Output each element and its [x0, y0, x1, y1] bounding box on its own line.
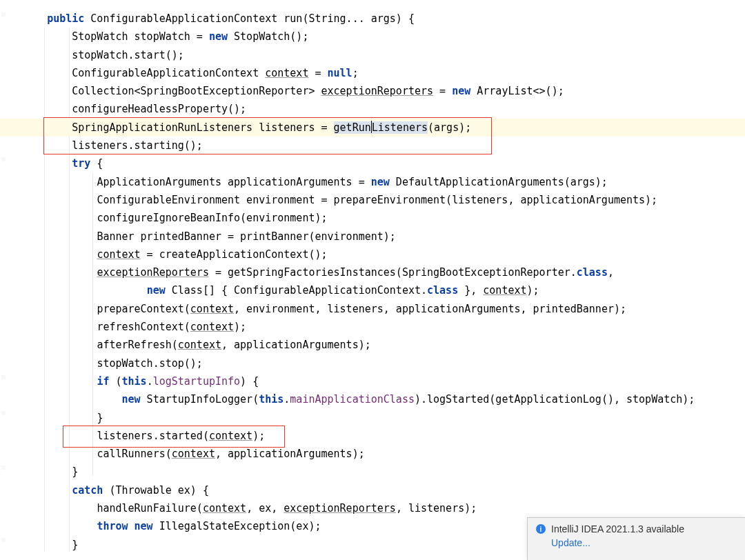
code-line[interactable]: configureIgnoreBeanInfo(environment); — [22, 209, 739, 227]
method-name: run — [284, 12, 302, 25]
editor-gutter — [0, 0, 22, 560]
toast-action-link[interactable]: Update... — [551, 537, 737, 548]
fold-mark-icon[interactable] — [1, 466, 6, 470]
code-line[interactable]: public ConfigurableApplicationContext ru… — [22, 10, 739, 28]
selected-text: Listeners — [372, 121, 428, 134]
selected-text: getRun — [334, 121, 371, 134]
code-line[interactable]: stopWatch.start(); — [22, 46, 739, 64]
code-area[interactable]: public ConfigurableApplicationContext ru… — [22, 10, 739, 554]
code-line[interactable]: afterRefresh(context, applicationArgumen… — [22, 336, 739, 354]
code-line[interactable]: } — [22, 409, 739, 427]
code-line[interactable]: refreshContext(context); — [22, 318, 739, 336]
toast-title: IntelliJ IDEA 2021.1.3 available — [551, 523, 684, 534]
code-line[interactable]: try { — [22, 154, 739, 172]
code-line[interactable]: ApplicationArguments applicationArgument… — [22, 173, 739, 191]
variable: exceptionReporters — [321, 85, 433, 97]
fold-mark-icon[interactable] — [1, 12, 6, 17]
info-icon: i — [536, 524, 546, 534]
code-line[interactable]: prepareContext(context, environment, lis… — [22, 300, 739, 318]
code-line[interactable]: listeners.starting(); — [22, 137, 739, 154]
indent — [22, 12, 47, 25]
field-ref: mainApplicationClass — [290, 393, 415, 406]
code-line[interactable]: Banner printedBanner = printBanner(envir… — [22, 228, 739, 246]
code-line[interactable]: stopWatch.stop(); — [22, 354, 739, 372]
fold-mark-icon[interactable] — [1, 538, 6, 542]
code-line[interactable]: StopWatch stopWatch = new StopWatch(); — [22, 28, 739, 46]
code-line[interactable]: } — [22, 463, 739, 481]
code-line[interactable]: Collection<SpringBootExceptionReporter> … — [22, 82, 739, 100]
code-line[interactable]: context = createApplicationContext(); — [22, 246, 739, 263]
fold-mark-icon[interactable] — [1, 157, 6, 161]
code-line[interactable]: ConfigurableEnvironment environment = pr… — [22, 191, 739, 209]
type: ConfigurableApplicationContext — [90, 12, 277, 25]
field-ref: logStartupInfo — [153, 375, 240, 388]
code-line[interactable]: new StartupInfoLogger(this.mainApplicati… — [22, 390, 739, 408]
update-notification-toast[interactable]: i IntelliJ IDEA 2021.1.3 available Updat… — [527, 517, 745, 560]
code-line[interactable]: callRunners(context, applicationArgument… — [22, 445, 739, 463]
fold-mark-icon[interactable] — [1, 375, 6, 379]
code-line[interactable]: listeners.started(context); — [22, 427, 739, 445]
code-line[interactable]: new Class[] { ConfigurableApplicationCon… — [22, 281, 739, 299]
code-line[interactable]: if (this.logStartupInfo) { — [22, 372, 739, 390]
code-line[interactable]: configureHeadlessProperty(); — [22, 100, 739, 118]
code-line[interactable]: handleRunFailure(context, ex, exceptionR… — [22, 499, 739, 517]
code-line-highlighted[interactable]: SpringApplicationRunListeners listeners … — [0, 119, 745, 137]
fold-mark-icon[interactable] — [1, 411, 6, 415]
code-editor[interactable]: public ConfigurableApplicationContext ru… — [0, 0, 745, 560]
code-line[interactable]: catch (Throwable ex) { — [22, 481, 739, 499]
signature: (String... args) { — [302, 12, 415, 25]
keyword: public — [47, 12, 84, 25]
code-line[interactable]: exceptionReporters = getSpringFactoriesI… — [22, 263, 739, 281]
code-line[interactable]: ConfigurableApplicationContext context =… — [22, 64, 739, 82]
variable: context — [265, 67, 308, 79]
